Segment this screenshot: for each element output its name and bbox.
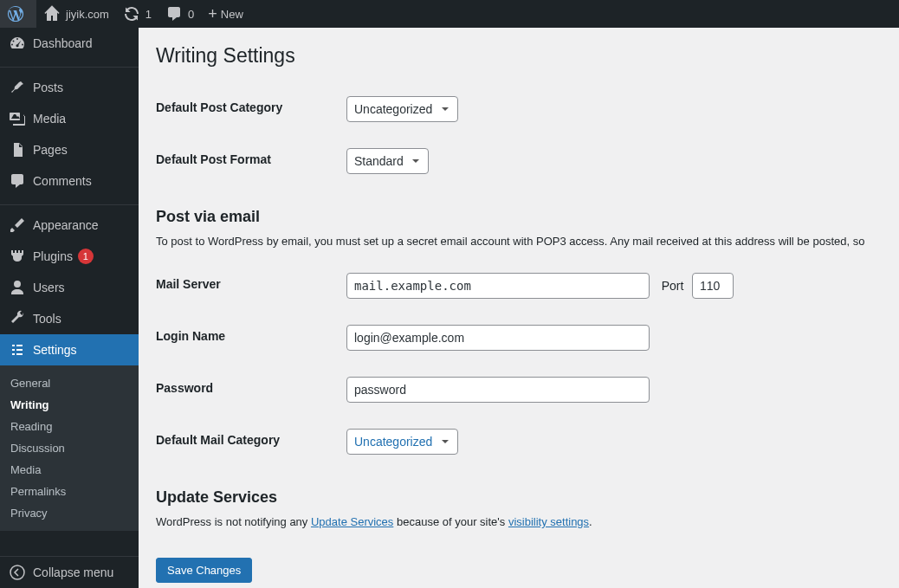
menu-label: Settings (33, 343, 77, 357)
menu-appearance[interactable]: Appearance (0, 210, 139, 241)
menu-label: Dashboard (33, 36, 93, 50)
menu-label: Pages (33, 143, 68, 157)
menu-posts[interactable]: Posts (0, 72, 139, 103)
user-icon (9, 279, 26, 296)
update-services-heading: Update Services (156, 488, 882, 507)
post-via-email-description: To post to WordPress by email, you must … (156, 235, 882, 248)
collapse-label: Collapse menu (33, 565, 113, 579)
home-icon (43, 5, 61, 23)
updates-link[interactable]: 1 (116, 0, 158, 28)
menu-users[interactable]: Users (0, 272, 139, 303)
menu-label: Comments (33, 174, 92, 188)
refresh-icon (123, 5, 140, 23)
comments-count: 0 (188, 8, 194, 21)
menu-label: Users (33, 281, 65, 294)
site-name-link[interactable]: jiyik.com (36, 0, 116, 28)
default-format-select[interactable]: Standard (346, 148, 429, 174)
menu-label: Tools (33, 312, 61, 326)
port-label: Port (662, 279, 684, 293)
wordpress-icon (7, 5, 24, 23)
comment-icon (9, 172, 26, 190)
settings-icon (9, 341, 26, 359)
media-icon (9, 110, 26, 127)
settings-form: Default Post Category Uncategorized Defa… (156, 83, 882, 187)
login-name-label: Login Name (156, 312, 346, 364)
menu-plugins[interactable]: Plugins 1 (0, 241, 139, 272)
mail-form: Mail Server Port Login Name Password Def… (156, 260, 882, 468)
mail-server-label: Mail Server (156, 260, 346, 312)
plugin-icon (9, 248, 26, 265)
svg-point-0 (10, 565, 24, 579)
password-input[interactable] (346, 377, 650, 403)
collapse-icon (9, 564, 26, 581)
comments-link[interactable]: 0 (158, 0, 201, 28)
post-via-email-heading: Post via email (156, 208, 882, 226)
menu-label: Media (33, 112, 66, 126)
default-category-label: Default Post Category (156, 83, 346, 135)
menu-comments[interactable]: Comments (0, 165, 139, 197)
menu-separator (0, 201, 139, 205)
submenu-permalinks[interactable]: Permalinks (0, 481, 139, 502)
menu-label: Appearance (33, 218, 99, 232)
visibility-settings-link[interactable]: visibility settings (508, 515, 589, 528)
main-content: Writing Settings Default Post Category U… (139, 28, 899, 588)
updates-count: 1 (146, 8, 152, 21)
settings-submenu: General Writing Reading Discussion Media… (0, 365, 139, 531)
submenu-writing[interactable]: Writing (0, 394, 139, 416)
admin-sidebar: Dashboard Posts Media Pages Comments App… (0, 28, 139, 588)
menu-label: Plugins (33, 249, 73, 263)
wp-logo[interactable] (0, 0, 36, 28)
menu-label: Posts (33, 81, 63, 94)
menu-settings[interactable]: Settings (0, 334, 139, 365)
brush-icon (9, 216, 26, 234)
wrench-icon (9, 310, 26, 327)
submenu-reading[interactable]: Reading (0, 416, 139, 437)
save-button[interactable]: Save Changes (156, 558, 252, 583)
pin-icon (9, 79, 26, 96)
page-title: Writing Settings (156, 36, 882, 71)
default-format-label: Default Post Format (156, 135, 346, 187)
page-icon (9, 141, 26, 158)
update-services-link[interactable]: Update Services (311, 515, 393, 528)
new-content-link[interactable]: + New (201, 0, 250, 28)
admin-bar: jiyik.com 1 0 + New (0, 0, 899, 28)
plugins-badge: 1 (78, 249, 94, 264)
menu-separator (0, 63, 139, 68)
default-mail-category-select[interactable]: Uncategorized (346, 429, 458, 455)
login-name-input[interactable] (346, 325, 650, 351)
plus-icon: + (208, 6, 217, 22)
update-services-description: WordPress is not notifying any Update Se… (156, 515, 882, 528)
menu-media[interactable]: Media (0, 103, 139, 134)
submenu-general[interactable]: General (0, 372, 139, 394)
default-mail-category-label: Default Mail Category (156, 416, 346, 468)
menu-dashboard[interactable]: Dashboard (0, 28, 139, 59)
submenu-privacy[interactable]: Privacy (0, 502, 139, 524)
site-name-text: jiyik.com (66, 8, 109, 21)
comment-icon (165, 5, 183, 23)
dashboard-icon (9, 35, 26, 52)
password-label: Password (156, 364, 346, 416)
collapse-menu[interactable]: Collapse menu (0, 556, 139, 588)
new-label: New (221, 8, 243, 21)
submenu-media[interactable]: Media (0, 459, 139, 481)
menu-pages[interactable]: Pages (0, 134, 139, 165)
mail-server-input[interactable] (346, 273, 650, 299)
submenu-discussion[interactable]: Discussion (0, 437, 139, 459)
menu-tools[interactable]: Tools (0, 303, 139, 334)
default-category-select[interactable]: Uncategorized (346, 96, 458, 122)
port-input[interactable] (692, 273, 734, 299)
